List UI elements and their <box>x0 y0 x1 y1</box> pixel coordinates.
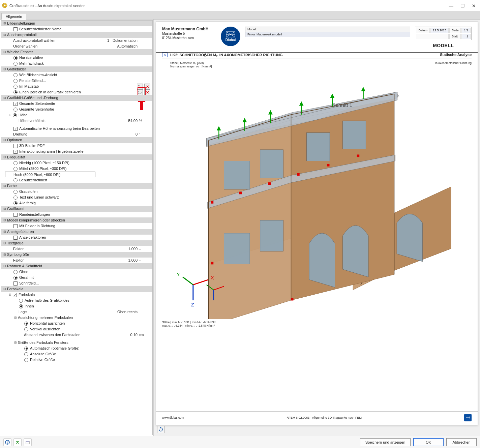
load-defaults-icon[interactable] <box>24 438 32 446</box>
check-interaktionsdiagramm[interactable] <box>13 149 18 154</box>
radio-fensterfuellend[interactable] <box>13 79 18 83</box>
radio-ausr-horizontal[interactable] <box>24 321 29 326</box>
group-optionen[interactable]: ⊟Optionen <box>1 137 152 143</box>
row-gesamte-seitenhoehe[interactable]: Gesamte Seitenhöhe <box>1 107 152 112</box>
row-bq-user[interactable]: Benutzerdefiniert <box>1 177 152 183</box>
check-schriftfeld[interactable] <box>13 281 18 286</box>
radio-ausr-vertikal[interactable] <box>24 327 29 332</box>
row-abstand[interactable]: Abstand zwischen den Farbskalen0.10cm <box>1 332 152 338</box>
check-auto-hoehe[interactable] <box>13 126 18 131</box>
radio-alle-farbig[interactable] <box>13 201 18 206</box>
radio-im-massstab[interactable] <box>13 84 18 89</box>
row-randeinstellungen[interactable]: Randeinstellungen <box>1 212 152 217</box>
radio-farbskala-innen[interactable] <box>19 304 23 309</box>
row-alle-farbig[interactable]: Alle farbig <box>1 200 152 206</box>
row-hoehe[interactable]: ⊟Höhe <box>1 112 152 118</box>
group-bildqualitaet[interactable]: ⊟Bildqualität <box>1 154 152 160</box>
radio-bq-mittel[interactable] <box>13 167 18 171</box>
radio-mehrfachdruck[interactable] <box>13 61 18 66</box>
row-interaktionsdiagramm[interactable]: Interaktionsdiagramm | Ergebnistabelle <box>1 149 152 154</box>
row-mehrfachdruck[interactable]: Mehrfachdruck <box>1 61 152 66</box>
fullscreen-icon[interactable] <box>137 84 143 90</box>
close-button[interactable]: ✕ <box>471 3 477 8</box>
radio-bq-niedrig[interactable] <box>13 161 18 166</box>
tab-general[interactable]: Allgemein <box>1 13 26 20</box>
row-text-linien-schwarz[interactable]: Text und Linien schwarz <box>1 195 152 200</box>
row-wie-bildschirm[interactable]: Wie Bildschirm-Ansicht <box>1 72 152 78</box>
row-auto-hoehe[interactable]: Automatische Höhenanpassung beim Bearbei… <box>1 126 152 131</box>
row-farbskala-chk[interactable]: ⊟Farbskala <box>1 292 152 298</box>
row-ordner-waehlen[interactable]: Ordner wählenAutomatisch <box>1 43 152 49</box>
refresh-preview-icon[interactable] <box>157 426 164 433</box>
row-gesamte-seitenbreite[interactable]: Gesamte Seitenbreite <box>1 101 152 107</box>
radio-fenster-auto[interactable] <box>24 346 29 351</box>
save-defaults-icon[interactable] <box>13 438 22 446</box>
maximize-button[interactable]: ☐ <box>459 3 466 8</box>
row-fenster-auto[interactable]: Automatisch (optimale Größe) <box>1 346 152 351</box>
row-farbskala-ausserhalb[interactable]: Außerhalb des Grafikbildes <box>1 298 152 303</box>
check-gesamte-seitenbreite[interactable] <box>13 101 18 106</box>
radio-fenster-absolut[interactable] <box>24 352 29 357</box>
row-fenster-relativ[interactable]: Relative Größe <box>1 357 152 363</box>
settings-tree[interactable]: ⊟Bildeinstellungen Benutzerdefinierter N… <box>1 20 153 435</box>
check-3d-im-pdf[interactable] <box>13 144 18 148</box>
row-anzeigefaktoren-sub[interactable]: Anzeigefaktoren <box>1 235 152 240</box>
check-anzeigefaktoren[interactable] <box>13 235 18 240</box>
row-farbskala-lage[interactable]: LageOben rechts <box>1 309 152 315</box>
check-mit-faktor[interactable] <box>13 224 18 229</box>
group-textgroesse[interactable]: ⊟Textgröße <box>1 240 152 246</box>
row-bq-mittel[interactable]: Mittel (2500 Pixel, ~300 DPI) <box>1 166 152 172</box>
radio-bq-user[interactable] <box>13 178 18 183</box>
row-ausr-horizontal[interactable]: Horizontal ausrichten <box>1 321 152 326</box>
group-farbe[interactable]: ⊟Farbe <box>1 183 152 189</box>
group-anzeigefaktoren[interactable]: ⊟Anzeigefaktoren <box>1 229 152 235</box>
row-benutzerdef-name[interactable]: Benutzerdefinierter Name <box>1 26 152 32</box>
radio-rahmen-gerahmt[interactable] <box>13 275 18 280</box>
radio-nur-das-aktive[interactable] <box>13 56 18 60</box>
group-ausdruckprotokoll[interactable]: ⊟Ausdruckprotokoll <box>1 32 152 38</box>
row-textgroesse-faktor[interactable]: Faktor1.000-- <box>1 246 152 252</box>
row-drehung[interactable]: Drehung0° <box>1 131 152 137</box>
row-fenster-groesse[interactable]: ⊟Größe des Farbskala-Fensters <box>1 340 152 346</box>
row-mit-faktor[interactable]: Mit Faktor in Richtung <box>1 223 152 229</box>
minimize-button[interactable]: — <box>448 3 454 8</box>
row-graustufen[interactable]: Graustufen <box>1 189 152 195</box>
group-grafikbilder[interactable]: ⊟Grafikbilder <box>1 66 152 72</box>
row-fensterfuellend[interactable]: Fensterfüllend... <box>1 78 152 84</box>
group-farbskala[interactable]: ⊟Farbskala <box>1 286 152 292</box>
group-modell-komprimieren[interactable]: ⊟Modell komprimieren oder strecken <box>1 217 152 223</box>
group-grafik-groesse[interactable]: ⊟Grafikbild-Größe und -Drehung <box>1 95 152 101</box>
row-fenster-absolut[interactable]: Absolute Größe <box>1 351 152 357</box>
radio-gesamte-seitenhoehe[interactable] <box>13 107 18 112</box>
radio-fenster-relativ[interactable] <box>24 358 29 362</box>
radio-hoehe[interactable] <box>12 113 17 118</box>
row-ausrichtung[interactable]: ⊟Ausrichtung mehrerer Farbskalen <box>1 315 152 321</box>
cancel-button[interactable]: Abbrechen <box>446 438 477 446</box>
row-bereich-definieren[interactable]: Einen Bereich in der Grafik definieren ✕ <box>1 89 152 95</box>
row-symbolgroesse-faktor[interactable]: Faktor1.000-- <box>1 258 152 263</box>
check-randeinstellungen[interactable] <box>13 212 18 217</box>
row-ausdruck-waehlen[interactable]: Ausdruckprotokoll wählen1 - Dokumentatio… <box>1 38 152 43</box>
row-rahmen-schriftfeld[interactable]: Schriftfeld... <box>1 280 152 286</box>
group-welche-fenster[interactable]: ⊟Welche Fenster <box>1 49 152 55</box>
row-3d-im-pdf[interactable]: 3D-Bild im PDF <box>1 143 152 149</box>
row-bq-niedrig[interactable]: Niedrig (1000 Pixel, ~150 DPI) <box>1 160 152 166</box>
radio-rahmen-ohne[interactable] <box>13 270 18 274</box>
check-benutzerdef-name[interactable] <box>13 27 18 32</box>
radio-wie-bildschirm[interactable] <box>13 73 18 78</box>
check-farbskala[interactable] <box>12 293 17 297</box>
save-and-show-button[interactable]: Speichern und anzeigen <box>360 438 411 446</box>
radio-text-linien-schwarz[interactable] <box>13 195 18 200</box>
row-ausr-vertikal[interactable]: Vertikal ausrichten <box>1 326 152 332</box>
row-bq-hoch[interactable]: Hoch (5000 Pixel, ~600 DPI) <box>5 172 152 177</box>
radio-bereich-definieren[interactable] <box>13 90 18 95</box>
area-cancel-icon[interactable]: ✕ <box>144 89 150 95</box>
group-rahmen[interactable]: ⊟Rahmen & Schriftfeld <box>1 263 152 269</box>
row-hoehenverhaeltnis[interactable]: Höhenverhältnis54.00% <box>1 118 152 124</box>
delete-icon[interactable]: ✕ <box>144 84 150 90</box>
row-nur-das-aktive[interactable]: Nur das aktive <box>1 55 152 61</box>
group-bildeinstellungen[interactable]: ⊟Bildeinstellungen <box>1 21 152 26</box>
group-symbolgroesse[interactable]: ⊟Symbolgröße <box>1 252 152 258</box>
radio-graustufen[interactable] <box>13 189 18 194</box>
ok-button[interactable]: OK <box>413 438 444 446</box>
